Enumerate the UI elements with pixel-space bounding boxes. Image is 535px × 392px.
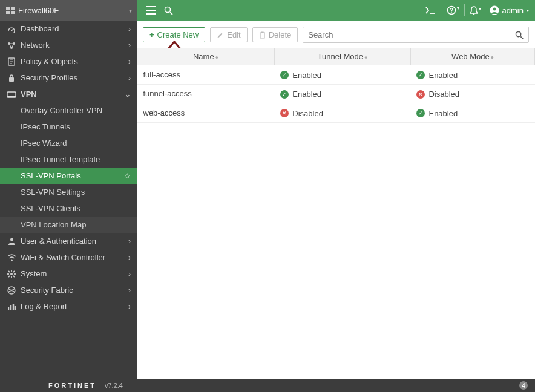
sidebar-item-label: Security Profiles <box>21 73 77 82</box>
delete-button[interactable]: Delete <box>252 27 298 42</box>
svg-rect-13 <box>9 77 14 82</box>
sidebar-item-label: Security Fabric <box>21 286 73 295</box>
sidebar-subitem-ssl-vpn-settings[interactable]: SSL-VPN Settings <box>0 184 137 200</box>
chevron-down-icon: ⌄ <box>125 90 131 99</box>
chevron-right-icon: › <box>128 41 131 50</box>
chevron-right-icon: › <box>128 237 131 246</box>
create-new-button[interactable]: + Create New <box>143 27 205 42</box>
search-button[interactable] <box>510 27 529 43</box>
chevron-right-icon: › <box>128 302 131 311</box>
sidebar-subitem-ssl-vpn-portals[interactable]: SSL-VPN Portals☆ <box>0 168 137 184</box>
sidebar-item-vpn[interactable]: VPN⌄ <box>0 86 137 102</box>
sidebar-item-system[interactable]: System› <box>0 266 137 282</box>
network-icon <box>6 42 17 49</box>
sidebar-item-policy-objects[interactable]: Policy & Objects› <box>0 53 137 70</box>
table-row[interactable]: full-access✓Enabled✓Enabled <box>137 65 535 85</box>
toolbar: + Create New Edit Delete <box>137 21 535 48</box>
chevron-right-icon: › <box>128 286 131 295</box>
sidebar-item-label: Policy & Objects <box>21 57 78 66</box>
cell-web-mode: ✓Enabled <box>410 103 534 123</box>
sidebar-item-wifi-switch-controller[interactable]: WiFi & Switch Controller› <box>0 249 137 266</box>
sidebar-subitem-ssl-vpn-clients[interactable]: SSL-VPN Clients <box>0 200 137 217</box>
sidebar-item-security-fabric[interactable]: Security Fabric› <box>0 282 137 298</box>
svg-point-17 <box>11 259 13 261</box>
sidebar-nav: Dashboard›Network›Policy & Objects›Secur… <box>0 21 137 379</box>
admin-label: admin <box>502 6 524 15</box>
caret-down-icon: ▾ <box>129 7 132 14</box>
sidebar-subitem-ipsec-tunnel-template[interactable]: IPsec Tunnel Template <box>0 151 137 168</box>
col-name[interactable]: Name♦ <box>137 48 275 65</box>
lock-icon <box>6 74 17 82</box>
user-menu[interactable]: admin ▾ <box>490 5 529 15</box>
star-icon[interactable]: ☆ <box>124 172 131 180</box>
vpn-icon <box>6 91 17 98</box>
sidebar-subitem-label: IPsec Tunnels <box>21 122 70 131</box>
cell-web-mode: ✓Enabled <box>410 65 534 85</box>
svg-text:?: ? <box>450 7 453 14</box>
pencil-icon <box>217 31 224 39</box>
col-tunnel-mode[interactable]: Tunnel Mode♦ <box>274 48 410 65</box>
sidebar-subitem-vpn-location-map[interactable]: VPN Location Map <box>0 217 137 233</box>
fabric-icon <box>6 286 17 295</box>
sidebar-subitem-overlay-controller-vpn[interactable]: Overlay Controller VPN <box>0 102 137 119</box>
sidebar-item-security-profiles[interactable]: Security Profiles› <box>0 70 137 86</box>
svg-rect-0 <box>6 7 10 10</box>
brand-logo: FORTINET <box>48 382 96 389</box>
cell-name: web-access <box>137 103 275 123</box>
svg-point-32 <box>165 7 170 12</box>
check-icon: ✓ <box>416 109 425 117</box>
table-row[interactable]: web-access✕Disabled✓Enabled <box>137 103 535 123</box>
sidebar-subitem-label: IPsec Tunnel Template <box>21 155 100 164</box>
table-row[interactable]: tunnel-access✓Enabled✕Disabled <box>137 84 535 103</box>
sidebar-item-label: Log & Report <box>21 302 67 311</box>
check-icon: ✓ <box>280 90 289 99</box>
col-web-mode[interactable]: Web Mode♦ <box>410 48 534 65</box>
cell-tunnel-mode: ✕Disabled <box>274 103 410 123</box>
edit-button[interactable]: Edit <box>210 27 247 42</box>
status-enabled: ✓Enabled <box>416 109 458 118</box>
svg-line-41 <box>520 36 523 39</box>
version-label: v7.2.4 <box>105 382 123 389</box>
svg-point-18 <box>10 273 13 275</box>
check-icon: ✓ <box>416 71 425 79</box>
sidebar-item-label: System <box>21 269 47 278</box>
sidebar-item-label: Dashboard <box>21 24 59 33</box>
sidebar-item-dashboard[interactable]: Dashboard› <box>0 21 137 37</box>
chevron-right-icon: › <box>128 270 131 278</box>
sidebar-subitem-label: Overlay Controller VPN <box>21 106 102 115</box>
svg-line-33 <box>170 12 172 15</box>
notifications-icon[interactable]: ▾ <box>467 6 484 15</box>
cell-name: tunnel-access <box>137 84 275 103</box>
search-icon[interactable] <box>160 6 177 15</box>
sort-icon: ♦ <box>215 54 218 60</box>
sidebar-subitem-ipsec-tunnels[interactable]: IPsec Tunnels <box>0 119 137 135</box>
chevron-right-icon: › <box>128 25 131 33</box>
device-name: Firewall60F <box>18 6 59 15</box>
sidebar-item-user-authentication[interactable]: User & Authentication› <box>0 233 137 249</box>
sidebar-subitem-ipsec-wizard[interactable]: IPsec Wizard <box>0 135 137 151</box>
help-icon[interactable]: ? ▾ <box>445 5 462 15</box>
sidebar-item-label: WiFi & Switch Controller <box>21 253 105 262</box>
status-enabled: ✓Enabled <box>280 90 321 99</box>
search-input[interactable] <box>303 27 510 43</box>
sidebar-item-network[interactable]: Network› <box>0 37 137 53</box>
dashboard-icon <box>6 25 17 33</box>
menu-toggle-icon[interactable] <box>143 6 160 15</box>
svg-line-26 <box>13 271 15 272</box>
cell-name: full-access <box>137 65 275 85</box>
cli-icon[interactable] <box>422 7 439 14</box>
sidebar-item-log-report[interactable]: Log & Report› <box>0 298 137 315</box>
svg-point-39 <box>493 8 496 11</box>
svg-point-40 <box>516 31 520 36</box>
footer-count-badge[interactable]: 4 <box>519 381 528 390</box>
device-selector[interactable]: Firewall60F ▾ <box>0 0 137 21</box>
sidebar-subitem-label: SSL-VPN Clients <box>21 204 80 213</box>
x-icon: ✕ <box>416 90 425 99</box>
sidebar: Firewall60F ▾ Dashboard›Network›Policy &… <box>0 0 137 379</box>
user-icon <box>6 237 17 245</box>
chevron-right-icon: › <box>128 57 131 66</box>
cell-tunnel-mode: ✓Enabled <box>274 65 410 85</box>
x-icon: ✕ <box>280 109 289 117</box>
sidebar-subitem-label: SSL-VPN Settings <box>21 188 85 197</box>
status-enabled: ✓Enabled <box>280 71 321 80</box>
